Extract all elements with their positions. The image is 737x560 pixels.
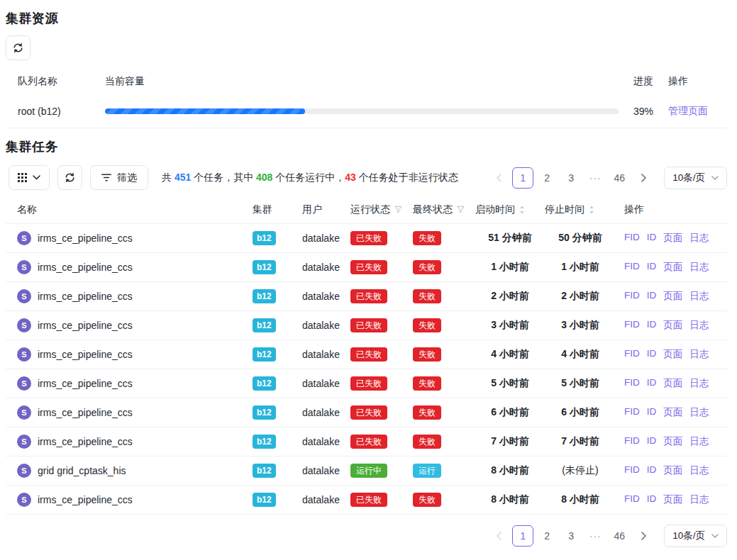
final-status-badge: 失败 [413, 376, 441, 391]
pagination-bottom: 1 2 3 ··· 46 10条/页 [488, 525, 727, 547]
table-row: S irms_ce_pipeline_ccs b12 datalake 已失败 … [6, 282, 727, 311]
page-1-button[interactable]: 1 [512, 167, 533, 189]
id-link[interactable]: ID [647, 290, 657, 303]
table-row: S irms_ce_pipeline_ccs b12 datalake 已失败 … [6, 369, 727, 398]
id-link[interactable]: ID [647, 377, 657, 390]
sort-icon[interactable] [519, 206, 525, 214]
filter-button[interactable]: 筛选 [90, 165, 148, 190]
start-time: 7 小时前 [475, 435, 545, 448]
avatar: S [17, 260, 31, 274]
page-link[interactable]: 页面 [663, 493, 682, 506]
total-tasks-count: 451 [174, 172, 191, 183]
log-link[interactable]: 日志 [689, 348, 709, 361]
manage-page-link[interactable]: 管理页面 [668, 105, 708, 116]
user-name: datalake [302, 320, 350, 331]
log-link[interactable]: 日志 [689, 435, 709, 448]
log-link[interactable]: 日志 [689, 232, 709, 245]
filter-lines-icon [101, 174, 111, 181]
id-link[interactable]: ID [647, 232, 657, 245]
fid-link[interactable]: FID [624, 290, 640, 303]
page-link[interactable]: 页面 [663, 261, 682, 274]
log-link[interactable]: 日志 [689, 464, 709, 477]
final-status-badge: 运行 [413, 464, 441, 478]
page-3-button[interactable]: 3 [560, 167, 582, 189]
cluster-badge: b12 [253, 405, 276, 420]
avatar: S [17, 405, 31, 420]
col-header-run-status: 运行状态 [350, 203, 413, 216]
fid-link[interactable]: FID [624, 464, 640, 477]
prev-page-button[interactable] [488, 525, 509, 547]
stop-time: 1 小时前 [545, 261, 616, 274]
log-link[interactable]: 日志 [689, 290, 709, 303]
cluster-tasks-title: 集群任务 [6, 138, 727, 155]
user-name: datalake [302, 436, 350, 447]
run-status-badge: 已失败 [350, 347, 387, 362]
pagination-ellipsis[interactable]: ··· [584, 167, 606, 189]
user-name: datalake [302, 407, 350, 418]
tasks-summary: 共 451 个任务，其中 408 个任务运行中，43 个任务处于非运行状态 [162, 172, 458, 184]
stop-time: (未停止) [545, 464, 616, 477]
sort-icon[interactable] [589, 206, 594, 214]
avatar: S [17, 289, 31, 303]
page-46-button[interactable]: 46 [609, 167, 630, 189]
page-size-select[interactable]: 10条/页 [664, 167, 727, 189]
id-link[interactable]: ID [647, 435, 657, 448]
cluster-badge: b12 [253, 289, 276, 303]
id-link[interactable]: ID [647, 464, 657, 477]
layout-grid-dropdown-button[interactable] [9, 165, 50, 190]
page-link[interactable]: 页面 [663, 348, 682, 361]
id-link[interactable]: ID [647, 348, 657, 361]
start-time: 4 小时前 [475, 348, 545, 361]
final-status-badge: 失败 [413, 493, 441, 507]
fid-link[interactable]: FID [624, 319, 640, 332]
fid-link[interactable]: FID [624, 261, 640, 274]
capacity-progress-bar [105, 108, 619, 114]
fid-link[interactable]: FID [624, 493, 640, 506]
log-link[interactable]: 日志 [689, 493, 709, 506]
cluster-badge: b12 [253, 318, 276, 332]
tasks-refresh-button[interactable] [57, 165, 82, 190]
start-time: 1 小时前 [475, 261, 545, 274]
page-link[interactable]: 页面 [663, 290, 682, 303]
final-status-badge: 失败 [413, 405, 441, 420]
pagination-ellipsis[interactable]: ··· [584, 525, 606, 547]
filter-funnel-icon[interactable] [394, 206, 402, 213]
fid-link[interactable]: FID [624, 406, 640, 419]
prev-page-button[interactable] [488, 167, 509, 189]
log-link[interactable]: 日志 [689, 319, 709, 332]
resources-refresh-button[interactable] [6, 35, 31, 60]
id-link[interactable]: ID [647, 406, 657, 419]
filter-funnel-icon[interactable] [457, 206, 465, 213]
run-status-badge: 运行中 [350, 464, 387, 478]
run-status-badge: 已失败 [350, 405, 387, 420]
page-2-button[interactable]: 2 [536, 167, 558, 189]
page-link[interactable]: 页面 [663, 377, 682, 390]
fid-link[interactable]: FID [624, 435, 640, 448]
page: 集群资源 队列名称 当前容量 进度 操作 root (b12) [0, 0, 737, 554]
id-link[interactable]: ID [647, 319, 657, 332]
page-link[interactable]: 页面 [663, 464, 682, 477]
next-page-button[interactable] [633, 525, 654, 547]
cluster-badge: b12 [253, 493, 276, 507]
log-link[interactable]: 日志 [689, 377, 709, 390]
page-46-button[interactable]: 46 [609, 525, 630, 547]
final-status-badge: 失败 [413, 435, 441, 449]
run-status-badge: 已失败 [350, 493, 387, 507]
page-3-button[interactable]: 3 [560, 525, 582, 547]
page-1-button[interactable]: 1 [512, 525, 533, 547]
page-link[interactable]: 页面 [663, 232, 682, 245]
page-link[interactable]: 页面 [663, 406, 682, 419]
page-link[interactable]: 页面 [663, 319, 682, 332]
fid-link[interactable]: FID [624, 232, 640, 245]
log-link[interactable]: 日志 [689, 406, 709, 419]
fid-link[interactable]: FID [624, 348, 640, 361]
log-link[interactable]: 日志 [689, 261, 709, 274]
id-link[interactable]: ID [647, 261, 657, 274]
next-page-button[interactable] [633, 167, 654, 189]
page-2-button[interactable]: 2 [536, 525, 558, 547]
fid-link[interactable]: FID [624, 377, 640, 390]
progress-percent: 39% [619, 106, 668, 117]
page-link[interactable]: 页面 [663, 435, 682, 448]
page-size-select[interactable]: 10条/页 [664, 525, 727, 547]
id-link[interactable]: ID [647, 493, 657, 506]
